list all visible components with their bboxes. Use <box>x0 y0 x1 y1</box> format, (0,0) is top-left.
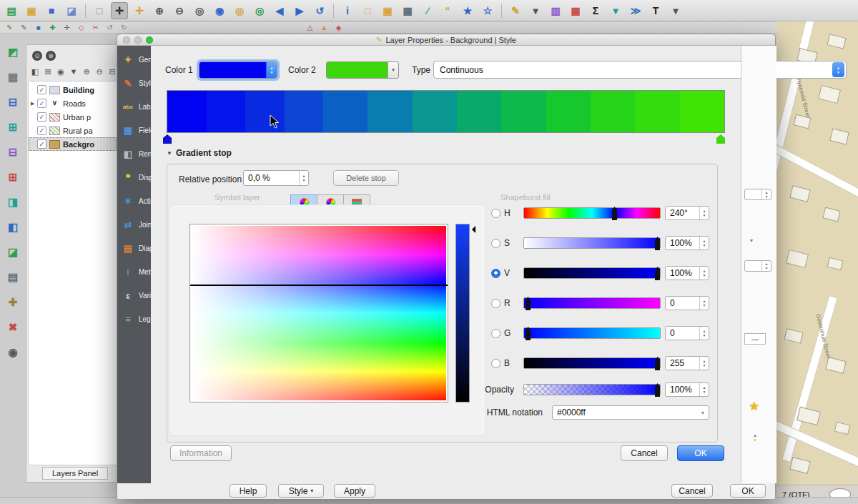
digitizing-icon-snapping-options[interactable]: ◈ <box>333 23 344 33</box>
digitizing-icon-cad-tools[interactable]: △ <box>305 23 315 33</box>
dropdown-arrow-icon[interactable]: ▾ <box>750 237 753 244</box>
digitizing-icon-undo[interactable]: ↺ <box>104 23 115 33</box>
properties-tab-labels[interactable]: abcLabels <box>117 95 151 119</box>
slider-handle[interactable] <box>612 207 617 220</box>
digitizing-icon-tracing[interactable]: ▲ <box>319 23 330 33</box>
stepper-down-icon[interactable]: ▼ <box>703 213 706 217</box>
toolbar-icon-open-attribute-table[interactable]: ▦ <box>399 2 416 19</box>
toolbar-icon-zoom-to-layer[interactable]: ◎ <box>251 2 268 19</box>
toolbar-icon-zoom-to-selection[interactable]: ◎ <box>231 2 248 19</box>
panel-toolbar-icon-filter-legend[interactable]: ▼ <box>68 66 79 77</box>
toolbar-icon-calendar-tool[interactable]: ▦ <box>567 2 584 19</box>
color2-swatch-button[interactable]: ▾ <box>326 61 399 79</box>
toolbar-icon-attributes-dropdown[interactable]: ▾ <box>527 2 544 19</box>
opacity-spinbox[interactable]: 100% ▲ ▼ <box>665 382 709 397</box>
channel-slider-G[interactable] <box>523 327 661 339</box>
digitizing-icon-toggle-editing[interactable]: ✎ <box>19 23 29 33</box>
toolbar-icon-measure[interactable]: ∕ <box>419 2 436 19</box>
spin-steppers[interactable]: ▲▼ <box>699 297 709 310</box>
properties-tab-joins[interactable]: ⇄Joins <box>117 213 151 237</box>
layer-toolbar-icon-add-delimited-text[interactable]: ▤ <box>4 269 21 286</box>
mini-spinbox[interactable]: ▲ ▼ <box>744 189 771 200</box>
panel-toolbar-icon-open-layer-styling[interactable]: ◧ <box>29 66 41 77</box>
panel-toolbar-icon-collapse-all[interactable]: ⊖ <box>94 66 105 77</box>
channel-spinbox-G[interactable]: 0▲▼ <box>665 326 709 340</box>
channel-radio-B[interactable] <box>491 359 500 368</box>
layer-item-urban-p[interactable]: ✓Urban p <box>29 110 117 124</box>
color-plane[interactable] <box>189 224 448 402</box>
picker-ok-button[interactable]: OK <box>677 445 724 461</box>
stepper-down-icon[interactable]: ▼ <box>302 178 306 182</box>
value-slider-vertical[interactable] <box>455 224 470 402</box>
channel-spinbox-B[interactable]: 255▲▼ <box>665 356 709 370</box>
properties-tab-general[interactable]: ✦General <box>117 48 151 71</box>
channel-spinbox-R[interactable]: 0▲▼ <box>665 296 709 310</box>
digitizing-icon-node-tool[interactable]: ◇ <box>76 23 87 33</box>
toolbar-icon-project-save-as[interactable]: ◪ <box>63 2 80 19</box>
stepper-down-icon[interactable]: ▼ <box>703 273 706 277</box>
layer-toolbar-icon-add-wcs-layer[interactable]: ◧ <box>4 219 21 236</box>
spin-steppers[interactable]: ▲ ▼ <box>761 261 771 271</box>
properties-tab-diagrams[interactable]: ▤Diagrams <box>117 237 151 260</box>
stepper-down-icon[interactable]: ▼ <box>765 194 769 199</box>
dialog-titlebar[interactable]: ✎ Layer Properties - Background | Style <box>117 34 775 46</box>
toolbar-icon-zoom-in[interactable]: ⊕ <box>151 2 168 19</box>
toolbar-icon-show-bookmarks[interactable]: ☆ <box>479 2 496 19</box>
panel-dock-button[interactable]: ⊙ <box>32 51 42 61</box>
channel-radio-S[interactable] <box>491 239 500 248</box>
stepper-down-icon[interactable]: ▼ <box>270 70 274 74</box>
close-button[interactable] <box>123 36 130 44</box>
properties-tab-legend[interactable]: ≡Legend <box>117 307 151 331</box>
favorite-star-icon[interactable]: ★ <box>749 399 759 414</box>
disclosure-icon[interactable]: ▼ <box>167 150 172 157</box>
layer-toolbar-icon-add-oracle-layer[interactable]: ⊞ <box>4 169 21 186</box>
channel-radio-V[interactable] <box>491 269 500 278</box>
gradient-stop-header[interactable]: ▼ Gradient stop <box>167 148 232 158</box>
slider-handle[interactable] <box>526 297 531 310</box>
properties-tab-fields[interactable]: ▦Fields <box>117 119 151 142</box>
channel-slider-H[interactable] <box>523 207 661 219</box>
gradient-stop-start[interactable] <box>163 134 172 144</box>
properties-tab-style[interactable]: ✎Style <box>117 71 151 95</box>
toolbar-icon-map-refresh[interactable]: ↺ <box>311 2 328 19</box>
properties-tab-rendering[interactable]: ◧Rendering <box>117 142 151 166</box>
gradient-type-select[interactable]: Continuous ▲ ▼ <box>433 61 847 79</box>
sort-icon[interactable]: ▲ ▼ <box>749 432 761 445</box>
picker-cancel-button[interactable]: Cancel <box>621 445 668 461</box>
toolbar-icon-label-tool[interactable]: T <box>647 2 664 19</box>
properties-tab-metadata[interactable]: iMetadata <box>117 260 151 284</box>
digitizing-icon-delete-selected[interactable]: ✂ <box>90 23 101 33</box>
stepper-down-icon[interactable]: ▼ <box>703 243 706 247</box>
toolbar-icon-zoom-native[interactable]: ◎ <box>191 2 208 19</box>
gradient-stop-end[interactable] <box>716 134 725 144</box>
channel-slider-B[interactable] <box>523 357 661 369</box>
layer-toolbar-icon-new-shapefile-layer[interactable]: ✚ <box>4 294 21 311</box>
color1-stepper[interactable]: ▲ ▼ <box>266 62 277 78</box>
toolbar-icon-select-features[interactable]: □ <box>359 2 376 19</box>
layer-toolbar-icon-add-wms-layer[interactable]: ◨ <box>4 194 21 211</box>
channel-slider-V[interactable] <box>523 267 661 279</box>
spin-steppers[interactable]: ▲ ▼ <box>699 383 709 396</box>
layer-toolbar-icon-add-mssql-layer[interactable]: ⊟ <box>4 144 21 161</box>
toolbar-icon-new-bookmark[interactable]: ★ <box>459 2 476 19</box>
spin-steppers[interactable]: ▲▼ <box>699 357 709 370</box>
digitizing-icon-redo[interactable]: ↻ <box>119 23 129 33</box>
layer-checkbox[interactable]: ✓ <box>37 99 46 108</box>
spin-steppers[interactable]: ▲▼ <box>699 207 709 219</box>
channel-spinbox-H[interactable]: 240°▲▼ <box>665 206 709 220</box>
slider-handle[interactable] <box>655 383 660 397</box>
layer-expander-icon[interactable]: ▶ <box>31 101 37 107</box>
toolbar-icon-touch-zoom[interactable]: □ <box>91 2 108 19</box>
color1-swatch-button[interactable]: ▲ ▼ <box>199 61 277 79</box>
channel-spinbox-V[interactable]: 100%▲▼ <box>665 266 709 280</box>
html-notation-input[interactable]: #0000ff ▾ <box>552 405 709 420</box>
layer-item-backgro[interactable]: ✓Backgro <box>29 137 117 151</box>
value-slider-marker[interactable] <box>468 226 475 233</box>
layer-item-building[interactable]: ✓Building <box>29 83 117 97</box>
properties-tab-variables[interactable]: εVariables <box>117 284 151 307</box>
relative-position-spinbox[interactable]: 0,0 % ▲ ▼ <box>243 170 309 186</box>
layer-toolbar-icon-remove-layer[interactable]: ✖ <box>4 319 21 336</box>
layer-checkbox[interactable]: ✓ <box>37 126 46 135</box>
toolbar-icon-project-open[interactable]: ▣ <box>23 2 40 19</box>
stepper-down-icon[interactable]: ▼ <box>837 70 840 74</box>
